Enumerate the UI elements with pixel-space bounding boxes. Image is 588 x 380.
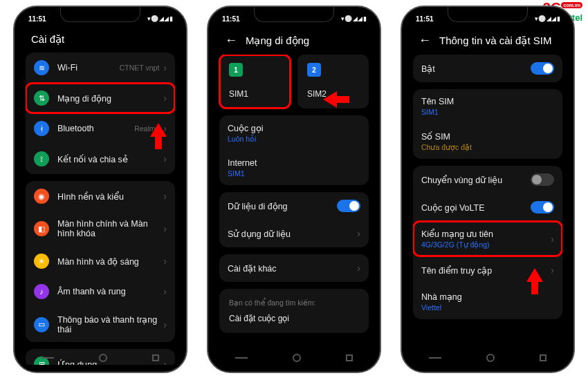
sim-name: SIM1 [229, 89, 281, 99]
share-icon: ⟟ [34, 151, 49, 167]
search-hint: Bạn có thể đang tìm kiếm: Cài đặt cuộc g… [219, 289, 369, 333]
row-label: Màn hình và độ sáng [57, 256, 163, 267]
row-label: Màn hình chính và Màn hình khóa [57, 219, 163, 238]
row-label: Âm thanh và rung [57, 287, 163, 296]
bluetooth-icon: ᚼ [34, 121, 49, 136]
mobile-network-icon: ⇅ [34, 91, 49, 106]
row-value: Luôn hỏi [228, 135, 256, 143]
pointer-arrow-icon [323, 91, 337, 108]
toggle-switch[interactable] [531, 62, 554, 75]
row-label: Sử dụng dữ liệu [228, 229, 357, 239]
row-label: Hình nền và kiểu [57, 191, 163, 202]
chevron-right-icon: › [163, 256, 167, 267]
chevron-right-icon: › [163, 319, 167, 330]
row-p2a-1[interactable]: Internet SIM1 [219, 151, 369, 185]
row-label: Kết nối và chia sẻ [57, 154, 163, 164]
settings-row-g1-1[interactable]: ⇅ Mạng di động › [26, 83, 175, 113]
page-title: Mạng di động [246, 35, 309, 47]
home-lock-icon: ◧ [34, 221, 49, 236]
settings-row-g2-1[interactable]: ◧ Màn hình chính và Màn hình khóa › [26, 211, 175, 246]
display-icon: ☀ [34, 254, 49, 269]
row-label: Nhà mạng [421, 292, 462, 302]
chevron-right-icon: › [357, 228, 360, 239]
chevron-right-icon: › [551, 265, 554, 276]
row-label: Mạng di động [57, 93, 163, 104]
chevron-right-icon: › [163, 286, 167, 297]
row-p3a-0[interactable]: Bật [413, 55, 562, 82]
nav-bar[interactable] [19, 351, 182, 365]
phone-mobile-network: 11:51 ▾ ⚪ ◢ ◢ ▮ ← Mạng di động 1 SIM1 2 … [207, 6, 381, 373]
row-value: SIM1 [421, 108, 439, 116]
row-label: Số SIM [421, 131, 450, 142]
row-label: Wi-Fi [57, 63, 120, 73]
settings-row-g1-3[interactable]: ⟟ Kết nối và chia sẻ › [26, 144, 175, 174]
row-p2b-1[interactable]: Sử dụng dữ liệu› [219, 220, 369, 247]
toggle-switch[interactable] [531, 173, 554, 186]
phone-sim-settings: 11:51 ▾ ⚪ ◢ ◢ ▮ ← Thông tin và cài đặt S… [401, 6, 575, 373]
row-value: SIM1 [228, 169, 245, 178]
settings-row-g2-2[interactable]: ☀ Màn hình và độ sáng › [26, 246, 175, 276]
row-p3c-2[interactable]: Kiểu mạng ưu tiên 4G/3G/2G (Tự động) › [413, 221, 562, 256]
phone-settings: 11:51 ▾ ⚪ ◢ ◢ ▮ Cài đặt ≋ Wi-Fi CTNET vn… [13, 6, 187, 373]
row-label: Bật [421, 64, 531, 74]
sim-badge-icon: 1 [229, 63, 243, 77]
row-p3c-0[interactable]: Chuyển vùng dữ liệu [413, 166, 562, 193]
row-label: Bluetooth [57, 124, 134, 133]
chevron-right-icon: › [163, 153, 167, 164]
chevron-right-icon: › [163, 191, 167, 202]
page-title: Thông tin và cài đặt SIM [439, 35, 551, 47]
pointer-arrow-icon [150, 123, 167, 137]
settings-row-g2-3[interactable]: ♪ Âm thanh và rung › [26, 276, 175, 307]
row-label: Chuyển vùng dữ liệu [421, 175, 531, 185]
row-label: Thông báo và thanh trạng thái [57, 314, 163, 334]
back-icon[interactable]: ← [419, 33, 431, 48]
row-label: Kiểu mạng ưu tiên [421, 229, 493, 239]
settings-row-g2-4[interactable]: ▭ Thông báo và thanh trạng thái › [26, 307, 175, 342]
toggle-switch[interactable] [337, 200, 360, 212]
row-label: Cuộc gọi [228, 123, 263, 133]
row-p3c-4[interactable]: Nhà mạng Viettel [413, 284, 562, 319]
hint-item[interactable]: Cài đặt cuộc gọi [229, 314, 359, 323]
sim-card-1[interactable]: 1 SIM1 [219, 55, 291, 108]
row-p2c-0[interactable]: Cài đặt khác› [219, 254, 369, 282]
row-p3b-0[interactable]: Tên SIM SIM1 [413, 89, 562, 124]
page-title: Cài đặt [19, 26, 182, 53]
chevron-right-icon: › [551, 234, 554, 245]
wallpaper-icon: ◉ [34, 189, 49, 204]
row-label: Tên SIM [421, 97, 454, 106]
chevron-right-icon: › [163, 62, 167, 73]
row-label: Cài đặt khác [228, 263, 357, 274]
row-label: Internet [228, 158, 257, 168]
sim-badge-icon: 2 [307, 63, 321, 77]
chevron-right-icon: › [163, 223, 167, 234]
row-p2a-0[interactable]: Cuộc gọi Luôn hỏi [219, 115, 369, 151]
row-value: Viettel [421, 303, 441, 312]
pointer-arrow-icon [526, 268, 543, 282]
row-value: 4G/3G/2G (Tự động) [421, 240, 490, 249]
row-value: CTNET vnpt [120, 64, 160, 72]
nav-bar[interactable] [212, 351, 376, 365]
row-p3c-1[interactable]: Cuộc gọi VoLTE [413, 193, 562, 221]
row-p2b-0[interactable]: Dữ liệu di động [219, 192, 369, 220]
nav-bar[interactable] [406, 351, 569, 365]
back-icon[interactable]: ← [225, 33, 237, 48]
row-value: Chưa được đặt [421, 143, 472, 151]
chevron-right-icon: › [163, 93, 167, 104]
chevron-right-icon: › [357, 263, 360, 274]
toggle-switch[interactable] [531, 201, 554, 213]
row-p3b-1[interactable]: Số SIM Chưa được đặt [413, 124, 562, 159]
notif-icon: ▭ [34, 317, 49, 332]
settings-row-g1-0[interactable]: ≋ Wi-Fi CTNET vnpt › [26, 53, 175, 83]
row-label: Dữ liệu di động [228, 201, 337, 211]
settings-row-g2-0[interactable]: ◉ Hình nền và kiểu › [26, 181, 175, 211]
row-label: Cuộc gọi VoLTE [421, 202, 531, 213]
wifi-icon: ≋ [34, 60, 49, 75]
sound-icon: ♪ [34, 284, 49, 299]
